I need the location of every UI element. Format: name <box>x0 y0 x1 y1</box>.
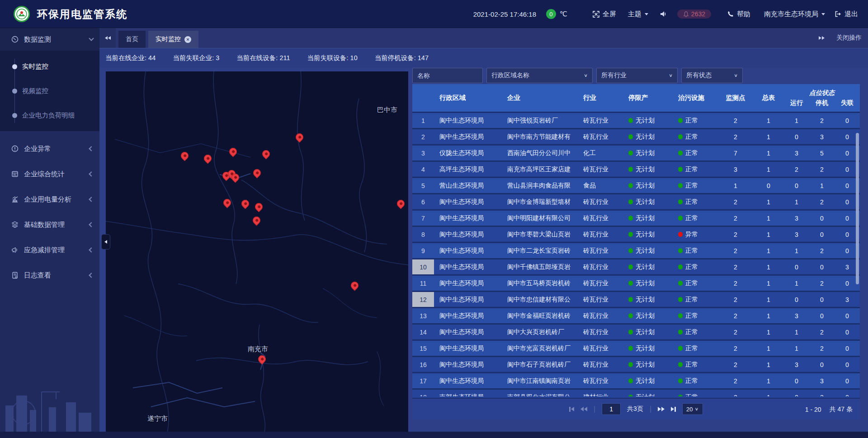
table-row[interactable]: 9 阆中生态环境局 阆中市二龙长宝页岩砖 砖瓦行业 无计划 正常 <box>412 243 860 259</box>
table-row[interactable]: 5 营山生态环境局 营山县润丰肉食品有限 食品 无计划 正常 <box>412 178 860 194</box>
cell-stopped: 0 <box>809 357 835 372</box>
help-button[interactable]: 帮助 <box>727 10 750 19</box>
org-menu-button[interactable]: 南充市生态环境局 <box>764 10 825 19</box>
sidebar-item-power-load-detail[interactable]: 企业电力负荷明细 <box>0 103 99 127</box>
cell-run: 3 <box>784 146 809 160</box>
cell-stopped: 5 <box>809 146 835 160</box>
fullscreen-button[interactable]: 全屏 <box>593 10 616 19</box>
sidebar-group-data-monitoring[interactable]: 数据监测 <box>0 28 99 51</box>
table-scrollbar[interactable] <box>856 133 859 284</box>
region-select[interactable]: 行政区域名称 ∨ <box>486 68 593 83</box>
table-row[interactable]: 6 阆中生态环境局 阆中市金博瑞新型墙材 砖瓦行业 无计划 正常 <box>412 194 860 211</box>
cell-stop-plan: 无计划 <box>623 146 673 160</box>
table-row[interactable]: 1 阆中生态环境局 阆中强锐页岩砖厂 砖瓦行业 无计划 正常 <box>412 113 860 129</box>
table-row[interactable]: 15 阆中生态环境局 阆中市光富页岩机砖厂 砖瓦行业 无计划 正常 <box>412 341 860 357</box>
sidebar-group-enterprise-stats[interactable]: 企业综合统计 <box>0 161 99 187</box>
pagination-bar: | 共3页 | 20 ∨ <box>412 398 860 419</box>
logout-button[interactable]: 退出 <box>835 10 858 19</box>
cell-company: 南充市高坪区王家店建 <box>502 162 578 177</box>
cell-meter: 1 <box>753 146 784 160</box>
page-size-select[interactable]: 20 ∨ <box>682 403 703 415</box>
status-dot <box>678 281 683 286</box>
cell-meter: 1 <box>753 292 784 307</box>
cell-monitor: 2 <box>718 357 753 372</box>
table-row[interactable]: 11 阆中生态环境局 阆中市五马桥页岩机砖 砖瓦行业 无计划 正常 <box>412 276 860 292</box>
status-dot <box>678 167 683 172</box>
cell-region: 阆中生态环境局 <box>434 243 502 258</box>
divider: | <box>650 405 651 413</box>
cell-run: 3 <box>784 211 809 226</box>
cell-company: 阆中市忠信建材有限公 <box>502 292 578 307</box>
cell-lost: 0 <box>835 325 860 339</box>
first-page-button[interactable] <box>569 407 574 412</box>
cell-region: 营山生态环境局 <box>434 178 502 193</box>
theme-menu-button[interactable]: 主题 <box>628 10 648 19</box>
table-row[interactable]: 4 高坪生态环境局 南充市高坪区王家店建 砖瓦行业 无计划 正常 <box>412 162 860 178</box>
tab-realtime-monitoring[interactable]: 实时监控 × <box>148 31 198 48</box>
sidebar-group-power-analysis[interactable]: 企业用电量分析 <box>0 187 99 212</box>
table-row[interactable]: 13 阆中生态环境局 阆中市金福旺页岩机砖 砖瓦行业 无计划 正常 <box>412 308 860 325</box>
row-index: 8 <box>412 227 434 242</box>
cell-facility: 正常 <box>673 373 718 388</box>
map-canvas[interactable]: 巴中市 南充市 遂宁市 <box>106 71 408 432</box>
cell-run: 0 <box>784 129 809 144</box>
sidebar-group-base-data[interactable]: 基础数据管理 <box>0 212 99 237</box>
name-search-input[interactable] <box>412 68 483 83</box>
table-row[interactable]: 14 阆中生态环境局 阆中大兴页岩机砖厂 砖瓦行业 无计划 正常 <box>412 325 860 341</box>
cell-stopped: 0 <box>809 292 835 307</box>
table-row[interactable]: 16 阆中生态环境局 阆中市石子页岩机砖厂 砖瓦行业 无计划 正常 <box>412 357 860 373</box>
map-collapse-handle[interactable] <box>101 234 110 250</box>
table-row[interactable]: 17 阆中生态环境局 阆中市江南镇阆南页岩 砖瓦行业 无计划 正常 <box>412 373 860 390</box>
cell-facility: 正常 <box>673 276 718 291</box>
col-facility: 治污设施 <box>673 84 718 112</box>
table-row[interactable]: 18 南部生态环境局 南部县双化水泥有限公 建材行业 无计划 正常 <box>412 390 860 396</box>
sidebar-item-realtime-monitoring[interactable]: 实时监控 <box>0 54 99 79</box>
cell-monitor: 2 <box>718 341 753 356</box>
cell-region: 阆中生态环境局 <box>434 357 502 372</box>
last-page-button[interactable] <box>671 407 676 412</box>
chevron-left-icon <box>89 273 94 278</box>
status-dot <box>678 378 683 383</box>
col-stopped: 停机 <box>809 99 835 107</box>
tabs-scroll-left-button[interactable] <box>99 28 116 48</box>
sidebar-group-log-view[interactable]: 日志查看 <box>0 263 99 288</box>
table-row[interactable]: 8 阆中生态环境局 阆中市枣碧大梁山页岩 砖瓦行业 无计划 异常 <box>412 227 860 243</box>
cell-stop-plan: 无计划 <box>623 113 673 128</box>
cell-meter: 1 <box>753 211 784 226</box>
sound-toggle-button[interactable] <box>660 11 666 17</box>
table-row[interactable]: 7 阆中生态环境局 阆中明阳建材有限公司 砖瓦行业 无计划 正常 <box>412 211 860 227</box>
row-index: 12 <box>412 292 434 307</box>
close-operations-button[interactable]: 关闭操作 <box>836 34 862 42</box>
cell-stopped: 2 <box>809 243 835 258</box>
prev-page-button[interactable] <box>580 407 587 411</box>
status-select[interactable]: 所有状态 ∨ <box>681 68 743 83</box>
sidebar-group-emergency-reduction[interactable]: 应急减排管理 <box>0 237 99 263</box>
sidebar-group-enterprise-abnormal[interactable]: 企业异常 <box>0 136 99 161</box>
pagination-controls: | 共3页 | 20 ∨ <box>569 403 703 415</box>
notifications-button[interactable]: 2632 <box>677 9 711 19</box>
industry-select[interactable]: 所有行业 ∨ <box>596 68 678 83</box>
cell-meter: 1 <box>753 276 784 291</box>
cell-region: 阆中生态环境局 <box>434 325 502 339</box>
stat-item: 当前失联设备: 10 <box>307 54 358 62</box>
table-row[interactable]: 3 仪陇生态环境局 西南油气田分公司川中 化工 无计划 正常 <box>412 146 860 162</box>
cell-region: 阆中生态环境局 <box>434 113 502 128</box>
close-tab-icon[interactable]: × <box>184 36 191 43</box>
col-company: 企业 <box>502 84 578 112</box>
speaker-icon <box>660 11 666 17</box>
city-label: 南充市 <box>248 345 268 353</box>
table-row[interactable]: 2 阆中生态环境局 阆中市南方节能建材有 砖瓦行业 无计划 正常 <box>412 129 860 146</box>
tab-home[interactable]: 首页 <box>118 31 146 48</box>
table-row[interactable]: 12 阆中生态环境局 阆中市忠信建材有限公 砖瓦行业 无计划 正常 <box>412 292 860 308</box>
cell-stop-plan: 无计划 <box>623 292 673 307</box>
tabs-scroll-right-button[interactable] <box>819 36 825 40</box>
page-number-input[interactable] <box>602 403 621 415</box>
next-page-button[interactable] <box>658 407 665 411</box>
cell-meter: 1 <box>753 243 784 258</box>
table-row[interactable]: 10 阆中生态环境局 阆中千佛镇五郎垭页岩 砖瓦行业 无计划 正常 <box>412 259 860 276</box>
col-group-point-status: 点位状态 运行 停机 失联 <box>784 84 860 112</box>
cell-meter: 1 <box>753 113 784 128</box>
col-index <box>412 84 434 112</box>
cell-stopped: 2 <box>809 113 835 128</box>
sidebar-item-video-monitoring[interactable]: 视频监控 <box>0 79 99 103</box>
